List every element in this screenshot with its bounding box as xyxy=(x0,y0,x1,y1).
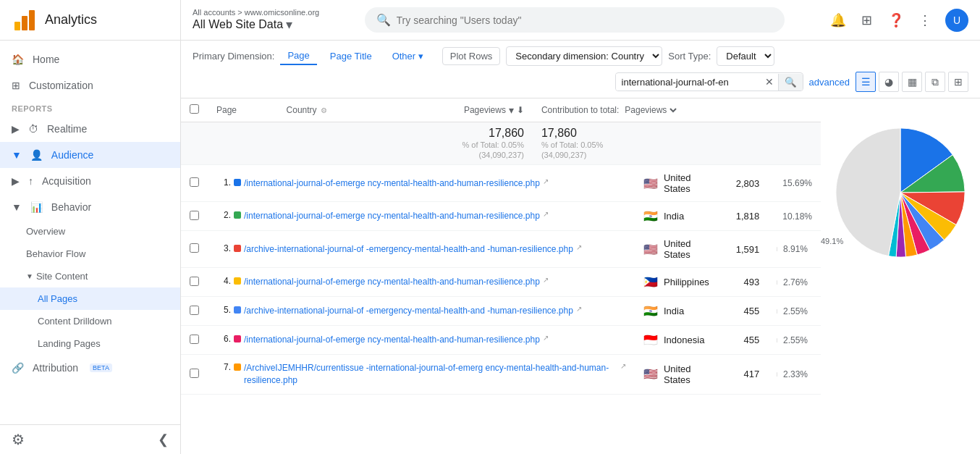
sidebar-item-attribution[interactable]: 🔗 Attribution BETA xyxy=(0,355,180,381)
pie-label-4: 49.1% xyxy=(821,237,843,245)
sidebar-item-content-drilldown[interactable]: Content Drilldown xyxy=(0,310,180,332)
page-link[interactable]: /archive-international-journal-of -emerg… xyxy=(244,243,573,256)
search-input[interactable] xyxy=(397,14,773,26)
page-cell: 6. /international-journal-of-emerge ncy-… xyxy=(208,326,635,355)
color-dot xyxy=(234,211,241,219)
contribution-value: 2.33% xyxy=(783,369,812,379)
table-data-body: 1. /international-journal-of-emerge ncy-… xyxy=(181,165,821,394)
page-link[interactable]: /archive-international-journal-of -emerg… xyxy=(244,305,573,317)
user-avatar[interactable]: U xyxy=(945,9,968,32)
country-name: Indonesia xyxy=(664,335,704,345)
country-cell: 🇮🇳 India xyxy=(635,297,727,326)
external-link-icon[interactable]: ↗ xyxy=(543,210,549,218)
secondary-dimension-select[interactable]: Secondary dimension: Country xyxy=(506,46,662,66)
external-link-icon[interactable]: ↗ xyxy=(576,305,582,313)
color-dot xyxy=(234,363,241,371)
notifications-icon[interactable]: 🔔 xyxy=(829,12,847,29)
sidebar-item-landing-pages[interactable]: Landing Pages xyxy=(0,332,180,355)
row-checkbox-cell xyxy=(181,268,208,297)
row-num: 2. xyxy=(216,210,231,220)
row-checkbox-cell xyxy=(181,202,208,231)
contribution-value: 15.69% xyxy=(782,178,812,188)
page-link[interactable]: /international-journal-of-emerge ncy-men… xyxy=(244,210,540,222)
page-cell: 4. /international-journal-of-emerge ncy-… xyxy=(208,268,635,297)
row-checkbox[interactable] xyxy=(190,369,199,378)
external-link-icon[interactable]: ↗ xyxy=(543,334,549,342)
dropdown-arrow-icon: ▾ xyxy=(286,17,292,33)
search-input-wrap: 🔍 xyxy=(365,7,785,33)
row-checkbox[interactable] xyxy=(190,177,199,187)
search-icon: 🔍 xyxy=(376,13,391,27)
sidebar-item-all-pages[interactable]: All Pages xyxy=(0,287,180,310)
country-name: United States xyxy=(664,363,719,385)
table-row: 1. /international-journal-of-emerge ncy-… xyxy=(181,165,821,202)
row-num: 7. xyxy=(216,362,231,372)
pageviews-cell: 455 xyxy=(727,326,769,355)
sidebar-item-customization[interactable]: ⊞ Customization xyxy=(0,72,180,98)
pivot-view-button[interactable]: ⊞ xyxy=(948,72,968,92)
sidebar-item-acquisition[interactable]: ▶ ↑ Acquisition xyxy=(0,168,180,194)
dim-page-button[interactable]: Page xyxy=(280,47,316,65)
more-icon[interactable]: ⋮ xyxy=(916,12,934,29)
clear-filter-button[interactable]: ✕ xyxy=(761,73,778,91)
external-link-icon[interactable]: ↗ xyxy=(620,362,626,370)
sidebar-item-overview[interactable]: Overview xyxy=(0,220,180,243)
advanced-link[interactable]: advanced xyxy=(809,77,850,88)
country-flag: 🇮🇳 xyxy=(643,209,658,223)
color-dot xyxy=(234,245,241,252)
table-container: Page Country ⚙ Pageviews ▾ ⬇ xyxy=(181,98,980,395)
row-num: 3. xyxy=(216,243,231,253)
sidebar-item-audience[interactable]: ▼ 👤 Audience xyxy=(0,142,180,168)
page-link[interactable]: /international-journal-of-emerge ncy-men… xyxy=(244,177,540,190)
plot-rows-button[interactable]: Plot Rows xyxy=(442,47,501,65)
sort-down-icon: ▾ xyxy=(509,104,514,116)
apps-icon[interactable]: ⊞ xyxy=(858,12,876,29)
help-icon[interactable]: ❓ xyxy=(887,12,905,29)
external-link-icon[interactable]: ↗ xyxy=(543,177,549,185)
main-table: Page Country ⚙ Pageviews ▾ ⬇ xyxy=(181,98,821,165)
sidebar-item-home[interactable]: 🏠 Home xyxy=(0,46,180,72)
external-link-icon[interactable]: ↗ xyxy=(576,243,582,251)
dim-page-title-button[interactable]: Page Title xyxy=(323,48,379,64)
country-cell: 🇺🇸 United States xyxy=(635,231,727,268)
filter-input[interactable] xyxy=(616,74,761,91)
sidebar-item-behavior[interactable]: ▼ 📊 Behavior xyxy=(0,194,180,220)
compare-view-button[interactable]: ⧉ xyxy=(925,72,945,92)
pie-view-button[interactable]: ◕ xyxy=(879,72,899,92)
row-checkbox[interactable] xyxy=(190,335,199,344)
row-checkbox[interactable] xyxy=(190,306,199,315)
collapse-sidebar-icon[interactable]: ❮ xyxy=(158,432,169,447)
table-view-button[interactable]: ☰ xyxy=(856,72,876,92)
row-checkbox[interactable] xyxy=(190,243,199,253)
row-checkbox[interactable] xyxy=(190,211,199,220)
contribution-type-select[interactable]: Pageviews xyxy=(622,104,679,116)
page-link[interactable]: /ArchiveIJEMHHR/currentissue -internatio… xyxy=(244,362,617,387)
table-row: 7. /ArchiveIJEMHHR/currentissue -interna… xyxy=(181,355,821,395)
person-icon: 👤 xyxy=(30,149,43,161)
page-column-header: Page xyxy=(208,98,278,122)
color-dot xyxy=(234,277,241,285)
settings-icon[interactable]: ⚙ xyxy=(12,431,25,448)
external-link-icon[interactable]: ↗ xyxy=(543,276,549,284)
sidebar: Analytics 🏠 Home ⊞ Customization REPORTS… xyxy=(0,0,181,454)
account-selector[interactable]: All Web Site Data ▾ xyxy=(193,17,319,33)
bar-view-button[interactable]: ▦ xyxy=(902,72,922,92)
sidebar-nav: 🏠 Home ⊞ Customization REPORTS ▶ ⏱ Realt… xyxy=(0,41,180,387)
contribution-cell: 2.55% xyxy=(768,326,821,355)
select-all-checkbox[interactable] xyxy=(190,104,199,114)
sidebar-item-site-content[interactable]: ▼ Site Content xyxy=(0,265,180,287)
apply-filter-button[interactable]: 🔍 xyxy=(778,74,803,91)
sidebar-item-behavior-flow[interactable]: Behavior Flow xyxy=(0,243,180,265)
row-checkbox[interactable] xyxy=(190,277,199,286)
page-link[interactable]: /international-journal-of-emerge ncy-men… xyxy=(244,276,540,288)
pageviews-cell: 417 xyxy=(727,355,769,395)
page-link[interactable]: /international-journal-of-emerge ncy-men… xyxy=(244,334,540,346)
sort-type-select[interactable]: Default xyxy=(717,46,774,66)
dim-other-button[interactable]: Other ▾ xyxy=(385,48,431,64)
country-name: India xyxy=(664,211,684,222)
pageviews-cell: 455 xyxy=(727,297,769,326)
search-filter: ✕ 🔍 xyxy=(615,72,803,91)
sidebar-item-realtime[interactable]: ▶ ⏱ Realtime xyxy=(0,116,180,142)
svg-rect-2 xyxy=(29,10,35,30)
primary-dimension-label: Primary Dimension: xyxy=(193,51,274,62)
